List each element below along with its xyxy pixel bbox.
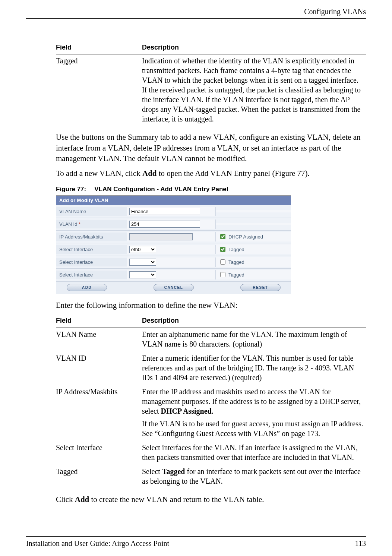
bold-text: Add: [142, 169, 157, 178]
field-cell: Tagged: [56, 54, 142, 127]
bold-text: Add: [75, 495, 89, 504]
ctrl-ip: [127, 232, 216, 241]
page-content: Field Description Tagged Indication of w…: [0, 0, 392, 505]
label-ip: IP Address/Maskbits: [56, 233, 127, 241]
ctrl-if2: [127, 258, 216, 267]
desc-cell: Enter an alphanumeric name for the VLAN.…: [142, 328, 366, 352]
text: Tagged: [228, 247, 244, 252]
if3-select[interactable]: [129, 271, 156, 278]
footer-left: Installation and User Guide: Airgo Acces…: [26, 539, 169, 548]
table-row: VLAN Name Enter an alphanumeric name for…: [56, 328, 366, 352]
field-cell: IP Address/Maskbits: [56, 385, 142, 441]
tagged1-checkbox[interactable]: [220, 247, 225, 252]
field-cell: Tagged: [56, 465, 142, 489]
tagged1-label[interactable]: Tagged: [219, 246, 244, 253]
desc-cell: Enter a numeric identifier for the VLAN.…: [142, 352, 366, 385]
header-rule: [26, 18, 366, 19]
label-vlan-id: VLAN Id *: [56, 220, 127, 228]
figure-title: VLAN Configuration - Add VLAN Entry Pane…: [94, 186, 228, 193]
figure-number: Figure 77:: [56, 186, 86, 193]
label-if3: Select Interface: [56, 271, 127, 279]
table-row: VLAN ID Enter a numeric identifier for t…: [56, 352, 366, 385]
bold-text: Tagged: [162, 467, 185, 476]
field-cell: VLAN Name: [56, 328, 142, 352]
spacer: [216, 210, 291, 212]
table-row: Tagged Indication of whether the identit…: [56, 54, 366, 127]
ctrl-tag1: Tagged: [216, 244, 291, 254]
body-paragraph: To add a new VLAN, click Add to open the…: [56, 168, 366, 179]
table-header-row: Field Description: [56, 42, 366, 54]
text: VLAN Id: [59, 221, 77, 227]
field-cell: Select Interface: [56, 441, 142, 465]
tagged3-label[interactable]: Tagged: [219, 271, 244, 278]
text: .: [212, 407, 214, 415]
field-table-bottom: Field Description VLAN Name Enter an alp…: [56, 315, 366, 489]
table-row: Select Interface Select interfaces for t…: [56, 441, 366, 465]
ctrl-if3: [127, 270, 216, 279]
add-vlan-panel: Add or Modify VLAN VLAN Name VLAN Id *: [56, 195, 291, 294]
label-if1: Select Interface: [56, 245, 127, 254]
if1-select[interactable]: eth0: [129, 246, 156, 253]
text: Click: [56, 495, 75, 504]
panel-button-row: ADD CANCEL RESET: [56, 281, 291, 294]
dhcp-assigned-checkbox[interactable]: [220, 234, 225, 239]
desc-cell: Indication of whether the identity of th…: [142, 54, 366, 127]
col-field-header: Field: [56, 42, 142, 54]
col-desc-header: Description: [142, 315, 366, 328]
ctrl-tag2: Tagged: [216, 257, 291, 267]
body-paragraph: Click Add to create the new VLAN and ret…: [56, 494, 366, 505]
label-if2: Select Interface: [56, 258, 127, 266]
text: to open the Add VLAN Entry panel (Figure…: [157, 169, 310, 178]
desc-cell: Enter the IP address and maskbits used t…: [142, 385, 366, 441]
row-if3: Select Interface Tagged: [56, 269, 291, 281]
col-field-header: Field: [56, 315, 142, 328]
row-if1: Select Interface eth0 Tagged: [56, 243, 291, 256]
spacer: [216, 223, 291, 225]
ctrl-vlan-id: [127, 219, 216, 229]
required-star: *: [79, 221, 80, 227]
vlan-id-input[interactable]: [129, 221, 200, 228]
text: Tagged: [228, 259, 244, 265]
ctrl-if1: eth0: [127, 245, 216, 254]
ip-input[interactable]: [129, 233, 193, 240]
if2-select[interactable]: [129, 259, 156, 266]
add-button[interactable]: ADD: [67, 284, 107, 291]
cancel-button[interactable]: CANCEL: [154, 284, 194, 291]
text: Select: [142, 467, 162, 476]
row-vlan-id: VLAN Id *: [56, 218, 291, 231]
field-table-top: Field Description Tagged Indication of w…: [56, 42, 366, 127]
vlan-name-input[interactable]: [129, 208, 200, 215]
text: If the VLAN is to be used for guest acce…: [142, 419, 364, 438]
body-paragraph: Enter the following information to defin…: [56, 300, 366, 310]
table-row: Tagged Select Tagged for an interface to…: [56, 465, 366, 489]
footer-rule: [26, 536, 366, 537]
footer-page-number: 113: [355, 539, 366, 548]
section-header: Configuring VLANs: [304, 7, 366, 16]
col-desc-header: Description: [142, 42, 366, 54]
reset-button[interactable]: RESET: [240, 284, 281, 291]
dhcp-assigned-label[interactable]: DHCP Assigned: [219, 233, 263, 240]
field-cell: VLAN ID: [56, 352, 142, 385]
table-row: IP Address/Maskbits Enter the IP address…: [56, 385, 366, 441]
label-vlan-name: VLAN Name: [56, 207, 127, 216]
bold-text: DHCP Assigned: [161, 407, 212, 415]
row-if2: Select Interface Tagged: [56, 256, 291, 269]
ctrl-tag3: Tagged: [216, 270, 291, 279]
tagged2-checkbox[interactable]: [220, 259, 225, 265]
table-header-row: Field Description: [56, 315, 366, 328]
tagged3-checkbox[interactable]: [220, 272, 225, 277]
desc-cell: Select interfaces for the VLAN. If an in…: [142, 441, 366, 465]
text: Tagged: [228, 272, 244, 278]
panel-title: Add or Modify VLAN: [56, 196, 291, 205]
text: to create the new VLAN and return to the…: [89, 495, 264, 504]
ctrl-vlan-name: [127, 207, 216, 216]
body-paragraph: Use the buttons on the Summary tab to ad…: [56, 132, 366, 164]
row-ip: IP Address/Maskbits DHCP Assigned: [56, 231, 291, 243]
text: DHCP Assigned: [228, 234, 263, 240]
text: To add a new VLAN, click: [56, 169, 142, 178]
tagged2-label[interactable]: Tagged: [219, 258, 244, 266]
row-vlan-name: VLAN Name: [56, 205, 291, 218]
ctrl-dhcp: DHCP Assigned: [216, 232, 291, 241]
figure-caption: Figure 77:VLAN Configuration - Add VLAN …: [56, 186, 366, 193]
desc-cell: Select Tagged for an interface to mark p…: [142, 465, 366, 489]
